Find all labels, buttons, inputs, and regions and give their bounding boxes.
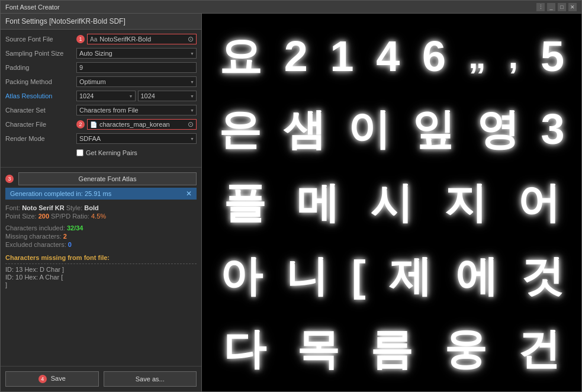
korean-row-3: 아 니 [ 제 에 것	[208, 239, 575, 313]
sp-pd-label: SP/PD Ratio:	[51, 213, 89, 220]
missing-item-end: ]	[5, 281, 197, 288]
packing-method-label: Packing Method	[5, 78, 76, 85]
sampling-point-dropdown-wrapper[interactable]: Auto Sizing	[76, 48, 197, 59]
missing-item-0: ID: 13 Hex: D Char ]	[5, 266, 197, 273]
render-mode-dropdown-wrapper[interactable]: SDFAA	[76, 133, 197, 144]
sampling-point-row: Sampling Point Size Auto Sizing	[5, 47, 197, 59]
save-as-button[interactable]: Save as...	[104, 371, 197, 387]
left-panel: Font Settings [NotoSerifKR-Bold SDF] Sou…	[1, 14, 202, 391]
style-label: Style:	[66, 204, 83, 211]
atlas-res-x-dropdown-wrapper[interactable]: 1024	[76, 91, 136, 101]
content-area: Font Settings [NotoSerifKR-Bold SDF] Sou…	[1, 14, 581, 391]
char-2-2: 시	[370, 181, 413, 224]
close-button[interactable]: ✕	[568, 3, 577, 11]
point-size-value: 200	[38, 213, 49, 220]
menu-button[interactable]: ⋮	[536, 3, 545, 11]
atlas-res-y-dropdown-wrapper[interactable]: 1024	[138, 91, 197, 101]
packing-method-row: Packing Method Optimum	[5, 76, 197, 88]
maximize-button[interactable]: □	[558, 3, 566, 11]
char-file-settings-button[interactable]: ⊙	[188, 121, 194, 128]
char-0-2: 1	[330, 35, 353, 78]
atlas-res-x-dropdown[interactable]: 1024	[76, 91, 136, 101]
char-0-3: 4	[376, 35, 400, 78]
bottom-buttons: 4 Save Save as...	[1, 366, 201, 391]
kerning-row: Get Kerning Pairs	[5, 147, 197, 159]
sampling-point-dropdown[interactable]: Auto Sizing	[76, 48, 197, 59]
missing-divider	[5, 264, 197, 264]
char-0-6: ,	[509, 38, 519, 74]
title-bar-text: Font Asset Creator	[5, 4, 60, 11]
missing-item-0-hex: Hex: D	[24, 266, 44, 273]
char-4-2: 름	[370, 327, 413, 370]
font-label: Font:	[5, 204, 20, 211]
excluded-chars-label: Excluded characters:	[5, 241, 66, 248]
info-section: Font: Noto Serif KR Style: Bold Point Si…	[1, 200, 201, 252]
minimize-button[interactable]: _	[547, 3, 555, 11]
status-close-button[interactable]: ✕	[186, 189, 192, 198]
settings-section: Source Font File 1 Aa NotoSerifKR-Bold ⊙…	[1, 30, 201, 165]
sampling-point-label: Sampling Point Size	[5, 50, 76, 57]
source-font-input-group: 1 Aa NotoSerifKR-Bold ⊙	[76, 34, 197, 44]
char-0-1: 2	[284, 35, 308, 78]
style-value: Bold	[84, 204, 98, 211]
character-set-dropdown[interactable]: Characters from File	[76, 105, 197, 115]
char-2-0: 플	[223, 181, 266, 224]
char-3-3: 제	[389, 255, 432, 297]
source-font-settings-button[interactable]: ⊙	[188, 36, 194, 43]
missing-item-1-id: ID: 10	[5, 274, 22, 281]
kerning-text: Get Kerning Pairs	[86, 149, 137, 156]
char-3-2: [	[352, 255, 366, 297]
korean-row-1: 은 샘 이 잎 영 3	[208, 93, 575, 166]
missing-item-0-id: ID: 13	[5, 266, 22, 273]
padding-label: Padding	[5, 64, 76, 71]
packing-method-dropdown[interactable]: Optimum	[76, 76, 197, 87]
character-set-row: Character Set Characters from File	[5, 104, 197, 116]
render-mode-label: Render Mode	[5, 135, 76, 142]
missing-item-1-char: Char [	[45, 274, 63, 281]
missing-item-1-hex: Hex: A	[24, 274, 43, 281]
character-set-dropdown-wrapper[interactable]: Characters from File	[76, 105, 197, 115]
char-4-3: 웅	[444, 327, 487, 370]
excluded-chars-value: 0	[68, 241, 72, 248]
char-0-5: „	[468, 38, 486, 74]
missing-chars-value: 2	[63, 233, 67, 240]
char-3-0: 아	[220, 255, 262, 297]
font-value: Noto Serif KR	[22, 204, 65, 211]
source-font-label: Source Font File	[5, 36, 76, 43]
step-4-badge: 4	[38, 375, 47, 383]
char-file-name: characters_map_korean	[99, 121, 185, 128]
korean-row-2: 플 메 시 지 어	[208, 166, 575, 239]
chars-included-row: Characters included: 32/34	[5, 224, 197, 232]
step-2-badge: 2	[76, 120, 85, 128]
generate-button[interactable]: Generate Font Atlas	[18, 172, 197, 185]
step-1-badge: 1	[76, 35, 85, 43]
char-0-7: 5	[541, 35, 564, 78]
atlas-res-y-dropdown[interactable]: 1024	[138, 91, 197, 101]
packing-method-dropdown-wrapper[interactable]: Optimum	[76, 76, 197, 87]
char-4-0: 다	[223, 327, 266, 370]
missing-chars-label: Missing characters:	[5, 233, 62, 240]
generation-status-text: Generation completed in: 25.91 ms	[10, 190, 111, 197]
char-0-4: 6	[422, 35, 446, 78]
char-2-1: 메	[297, 181, 339, 224]
generate-row: 3 Generate Font Atlas	[1, 170, 201, 188]
char-3-5: 것	[521, 255, 564, 297]
chars-included-value: 32/34	[67, 224, 83, 232]
font-style-row: Font: Noto Serif KR Style: Bold	[5, 204, 197, 211]
render-mode-dropdown[interactable]: SDFAA	[76, 133, 197, 144]
atlas-canvas: 요 2 1 4 6 „ , 5 은 샘 이 잎	[202, 14, 581, 391]
korean-display: 요 2 1 4 6 „ , 5 은 샘 이 잎	[202, 14, 581, 391]
char-file-input-group: 2 📄 characters_map_korean ⊙	[76, 119, 197, 130]
save-button[interactable]: 4 Save	[5, 371, 99, 387]
font-asset-creator-window: Font Asset Creator ⋮ _ □ ✕ Font Settings…	[0, 0, 582, 392]
char-1-4: 영	[477, 108, 519, 150]
kerning-checkbox[interactable]	[76, 149, 83, 156]
character-file-row: Character File 2 📄 characters_map_korean…	[5, 118, 197, 130]
korean-row-0: 요 2 1 4 6 „ , 5	[208, 20, 575, 93]
padding-input[interactable]	[76, 62, 197, 73]
char-file-wrapper: 📄 characters_map_korean ⊙	[87, 119, 197, 130]
char-4-4: 건	[517, 327, 560, 370]
font-name-text: NotoSerifKR-Bold	[99, 36, 185, 43]
chars-included-label: Characters included:	[5, 224, 65, 232]
missing-item-1: ID: 10 Hex: A Char [	[5, 274, 197, 281]
